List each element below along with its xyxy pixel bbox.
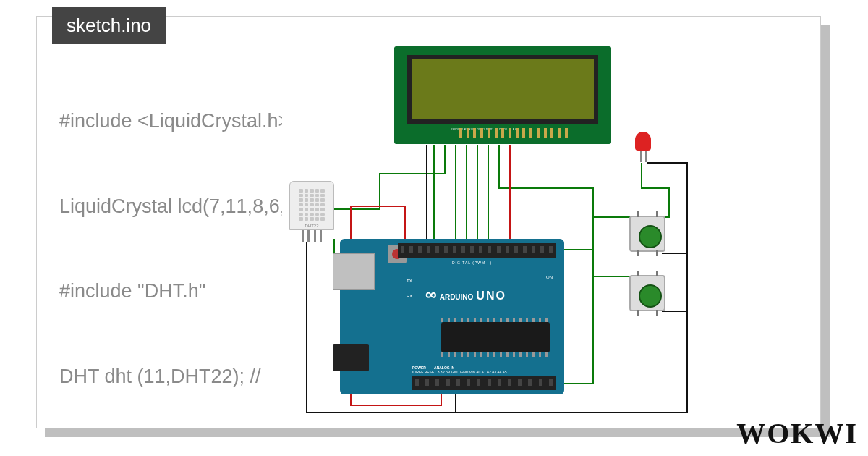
power-analog-header (412, 376, 556, 390)
arduino-uno[interactable]: DIGITAL (PWM ~) TX RX ON ∞ARDUINOUNO POW… (340, 239, 564, 394)
lcd-2004[interactable]: VSVDDV0 RS RW E D0 D1 D2 D3 D4 D5 D6 D7 … (394, 46, 611, 144)
usb-port (333, 253, 375, 290)
arduino-logo: ∞ARDUINOUNO (425, 285, 506, 304)
pushbutton-2[interactable] (629, 275, 665, 311)
tx-rx-labels: TX RX (407, 279, 412, 309)
power-jack (333, 344, 369, 371)
digital-label: DIGITAL (PWM ~) (452, 261, 492, 265)
dht-label: DHT22 (290, 224, 333, 228)
dht22-sensor[interactable]: DHT22 (289, 181, 334, 242)
on-label: ON (546, 275, 553, 279)
wokwi-logo: WOKWI (736, 416, 858, 450)
pushbutton-1[interactable] (629, 216, 665, 252)
lcd-screen (407, 55, 598, 124)
atmega-chip (441, 322, 550, 352)
circuit-canvas[interactable]: VSVDDV0 RS RW E D0 D1 D2 D3 D4 D5 D6 D7 … (282, 43, 817, 413)
led-red[interactable] (635, 132, 651, 162)
file-tab[interactable]: sketch.ino (52, 7, 166, 44)
lcd-pin-header (459, 128, 568, 141)
led-bulb (635, 132, 651, 151)
bottom-pin-labels: POWER ANALOG IN IOREF RESET 3.3V 5V GND … (412, 366, 507, 374)
digital-header (398, 243, 556, 258)
